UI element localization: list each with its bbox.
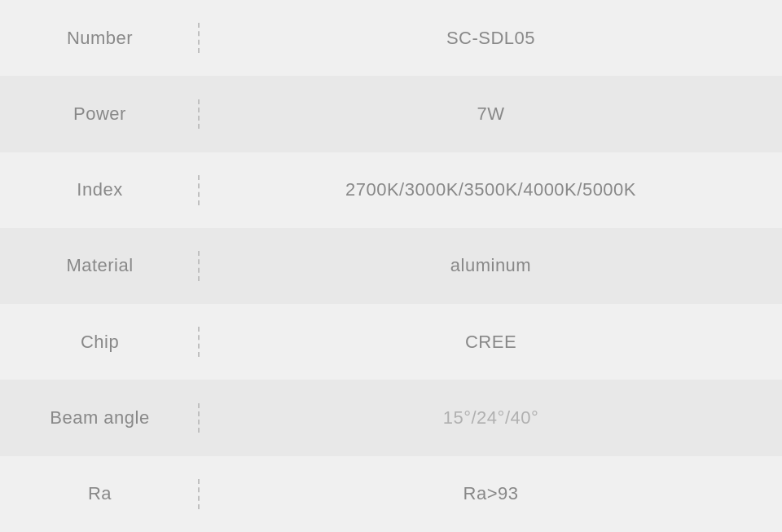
row-label: Beam angle — [50, 407, 149, 429]
label-cell: Chip — [0, 323, 200, 361]
value-cell: aluminum — [200, 247, 782, 284]
row-value: CREE — [465, 332, 516, 353]
value-cell: 2700K/3000K/3500K/4000K/5000K — [200, 171, 782, 209]
row-label: Ra — [88, 483, 112, 504]
value-cell: Ra>93 — [200, 475, 782, 512]
label-cell: Power — [0, 95, 200, 133]
label-cell: Beam angle — [0, 399, 200, 437]
table-row: RaRa>93 — [0, 456, 782, 532]
row-value: 7W — [477, 103, 505, 125]
row-value: aluminum — [450, 255, 531, 276]
table-row: Materialaluminum — [0, 228, 782, 304]
row-label: Power — [73, 103, 126, 125]
row-label: Material — [66, 255, 133, 276]
row-label: Chip — [81, 332, 119, 353]
row-value: 15°/24°/40° — [443, 407, 539, 429]
label-cell: Ra — [0, 475, 200, 512]
table-row: Index2700K/3000K/3500K/4000K/5000K — [0, 152, 782, 228]
row-value: Ra>93 — [463, 483, 519, 504]
table-row: Power7W — [0, 76, 782, 152]
row-value: SC-SDL05 — [446, 28, 535, 49]
value-cell: 7W — [200, 95, 782, 133]
label-cell: Number — [0, 20, 200, 57]
value-cell: CREE — [200, 323, 782, 361]
specs-table: NumberSC-SDL05Power7WIndex2700K/3000K/35… — [0, 0, 782, 532]
table-row: Beam angle15°/24°/40° — [0, 380, 782, 455]
value-cell: 15°/24°/40° — [200, 399, 782, 437]
label-cell: Material — [0, 247, 200, 284]
table-row: NumberSC-SDL05 — [0, 0, 782, 76]
table-row: ChipCREE — [0, 304, 782, 380]
value-cell: SC-SDL05 — [200, 20, 782, 57]
row-label: Index — [77, 179, 122, 200]
row-value: 2700K/3000K/3500K/4000K/5000K — [345, 179, 636, 200]
label-cell: Index — [0, 171, 200, 209]
row-label: Number — [67, 28, 133, 49]
